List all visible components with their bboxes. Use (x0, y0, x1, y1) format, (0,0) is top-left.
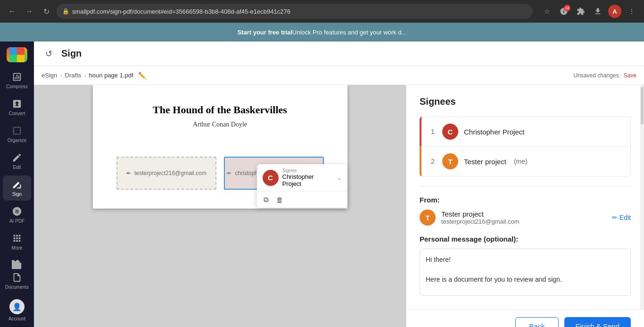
from-row: T Tester project testerproject216@gmail.… (420, 210, 631, 226)
signee-dropdown[interactable]: C Signee Christopher Project ⌄ ⧉ 🗑 (257, 164, 347, 208)
edit-link-label: Edit (619, 214, 631, 221)
breadcrumb-filename: houn page 1.pdf (89, 72, 133, 79)
bookmark-button[interactable]: ☆ (540, 5, 553, 18)
sidebar-more-label: More (12, 245, 23, 251)
sidebar-edit-label: Edit (13, 165, 21, 170)
unsaved-label: Unsaved changes · Save (574, 72, 636, 79)
from-info: Tester project testerproject216@gmail.co… (441, 210, 606, 225)
edit-filename-icon[interactable]: ✏️ (138, 72, 146, 79)
browser-bar: ← → ↻ 🔒 smallpdf.com/sign-pdf/document#e… (0, 0, 644, 23)
url-text: smallpdf.com/sign-pdf/document#eid=35666… (72, 8, 290, 15)
scroll-thumb (641, 87, 644, 125)
sidebar-item-sign[interactable]: Sign (3, 176, 31, 201)
personal-msg-textarea[interactable]: Hi there! Here is a document for you to … (420, 249, 631, 296)
signee-tag: Signee (282, 168, 333, 173)
signee-dropdown-avatar: C (263, 170, 279, 186)
user-avatar-browser[interactable]: A (608, 5, 621, 18)
pdf-page: The Hound of the Baskervilles Arthur Con… (93, 85, 347, 209)
signee-row-2[interactable]: 2 T Tester project (me) (420, 146, 631, 176)
signee-dropdown-header: C Signee Christopher Project ⌄ (257, 164, 347, 192)
signees-title: Signees (420, 96, 631, 107)
signee-list: 1 C Christopher Project 2 T Tester proje… (420, 117, 631, 176)
sidebar-aipdf-label: AI PDF (9, 218, 25, 224)
signee-avatar-1: C (442, 124, 458, 140)
from-label: From: (420, 196, 631, 204)
personal-msg-section: Personal message (optional): Hi there! H… (420, 235, 631, 298)
pdf-title: The Hound of the Baskervilles (116, 104, 324, 116)
sidebar-sign-label: Sign (12, 192, 22, 197)
sidebar-item-documents[interactable]: Documents (3, 256, 31, 293)
breadcrumb-drafts[interactable]: Drafts (65, 72, 82, 79)
extensions-button[interactable] (574, 5, 587, 18)
sidebar-item-organize[interactable]: Organize (3, 122, 31, 147)
personal-msg-label: Personal message (optional): (420, 235, 631, 243)
sidebar-bottom: Documents 👤 Account (3, 256, 31, 325)
toolbar: ↺ Sign (34, 42, 644, 66)
finish-send-button[interactable]: Finish & Send (564, 317, 631, 327)
address-bar[interactable]: 🔒 smallpdf.com/sign-pdf/document#eid=356… (57, 4, 533, 19)
edit-pencil-icon: ✏ (612, 214, 618, 221)
promo-bold: Start your free trial (237, 29, 292, 36)
scroll-bar[interactable] (640, 85, 644, 309)
promo-normal: Unlock Pro features and get your work d.… (292, 29, 407, 36)
breadcrumb-bar: eSign › Drafts › houn page 1.pdf ✏️ Unsa… (34, 66, 644, 85)
notifications-button[interactable]: 16 (557, 5, 570, 18)
sidebar-item-compress[interactable]: Compress (3, 68, 31, 93)
signee-actions: ⧉ 🗑 (257, 192, 347, 208)
right-panel: Signees 1 C Christopher Project 2 T Test… (406, 85, 644, 327)
panel-divider-1 (420, 186, 631, 186)
content-area: ↺ Sign eSign › Drafts › houn page 1.pdf … (34, 42, 644, 327)
menu-button[interactable]: ⋮ (625, 5, 638, 18)
breadcrumb-esign[interactable]: eSign (41, 72, 57, 79)
sidebar: Compress Convert Organize Edit Sign AI P… (0, 42, 34, 327)
sidebar-organize-label: Organize (8, 138, 27, 143)
notif-count: 16 (564, 5, 570, 11)
from-name: Tester project (441, 210, 606, 218)
panel-footer: Back Finish & Send (406, 309, 644, 327)
sidebar-convert-label: Convert (8, 111, 25, 116)
sig-field-1[interactable]: ✒ testerproject216@gmail.com (116, 157, 216, 190)
signee-avatar-2: T (442, 153, 458, 169)
toolbar-back-button[interactable]: ↺ (41, 47, 56, 61)
forward-nav-button[interactable]: → (23, 5, 36, 18)
sidebar-logo[interactable] (7, 47, 27, 62)
from-email: testerproject216@gmail.com (441, 218, 606, 225)
signee-dropdown-name: Christopher Project (282, 173, 333, 187)
sidebar-item-aipdf[interactable]: AI PDF (3, 202, 31, 227)
sidebar-compress-label: Compress (6, 84, 28, 89)
promo-banner: Start your free trial Unlock Pro feature… (0, 23, 644, 42)
edit-from-link[interactable]: ✏ Edit (612, 214, 631, 221)
from-section: From: T Tester project testerproject216@… (420, 196, 631, 226)
sig-icon-2: ✒ (226, 169, 232, 177)
signee-number-1: 1 (429, 128, 437, 135)
download-button[interactable] (591, 5, 604, 18)
signee-me-label: (me) (512, 158, 528, 165)
copy-action-button[interactable]: ⧉ (263, 194, 270, 205)
main-content: The Hound of the Baskervilles Arthur Con… (34, 85, 644, 327)
reload-button[interactable]: ↻ (40, 5, 53, 18)
dropdown-chevron-icon[interactable]: ⌄ (337, 175, 342, 181)
back-button[interactable]: Back (515, 317, 558, 327)
sidebar-item-account[interactable]: 👤 Account (3, 295, 31, 325)
account-avatar: 👤 (9, 299, 25, 314)
save-link[interactable]: Save (624, 72, 636, 79)
breadcrumb-sep2: › (84, 72, 86, 79)
right-panel-inner: Signees 1 C Christopher Project 2 T Test… (406, 85, 644, 309)
sidebar-documents-label: Documents (5, 285, 29, 290)
app-layout: Compress Convert Organize Edit Sign AI P… (0, 42, 644, 327)
sidebar-item-convert[interactable]: Convert (3, 95, 31, 120)
back-nav-button[interactable]: ← (6, 5, 19, 18)
sig-email-1: testerproject216@gmail.com (134, 170, 206, 176)
sidebar-item-edit[interactable]: Edit (3, 149, 31, 174)
signee-row-1[interactable]: 1 C Christopher Project (420, 117, 631, 146)
from-avatar: T (420, 210, 436, 226)
sidebar-account-label: Account (8, 316, 25, 321)
sig-icon-1: ✒ (126, 169, 132, 177)
browser-icons: ☆ 16 A ⋮ (540, 5, 638, 18)
delete-action-button[interactable]: 🗑 (275, 195, 284, 205)
sidebar-item-more[interactable]: More (3, 229, 31, 254)
signee-name-2: Tester project (464, 158, 506, 166)
pdf-author: Arthur Conan Doyle (116, 121, 324, 128)
toolbar-title: Sign (61, 48, 82, 59)
breadcrumb-sep1: › (60, 72, 62, 79)
